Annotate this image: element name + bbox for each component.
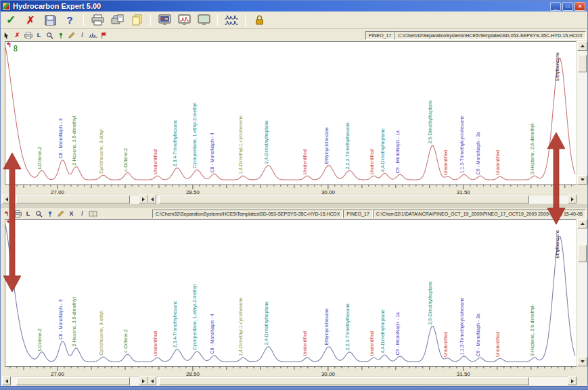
copy-page-button[interactable] [129, 13, 144, 28]
snap-icon[interactable] [13, 42, 18, 54]
peak-label[interactable]: 4,4-Dimethylheptane [380, 128, 386, 172]
baseline-L-icon[interactable]: L [24, 210, 32, 218]
peak-label[interactable]: 1,4-Dimethyl-1-cyclohexene [238, 297, 244, 356]
delete-x-icon[interactable]: X [67, 210, 76, 218]
pin-marker-icon[interactable] [56, 31, 65, 40]
peak-label[interactable]: t-Octene-2 [37, 147, 43, 169]
peak-label[interactable]: C8 - MonoNaph - 4 [209, 132, 215, 173]
peak-label[interactable]: Ethylbenzene [554, 52, 560, 80]
print-mini-icon[interactable] [24, 31, 32, 40]
confirm-button[interactable]: ✓ [3, 13, 18, 28]
peak-label[interactable]: 2,2,3-Trimethylhexane [344, 122, 350, 169]
peak-label[interactable]: 3-Heptene, 2,6-dimethyl- [529, 304, 535, 356]
scrollbar-thumb[interactable] [16, 377, 130, 385]
peak-label[interactable]: 4,4-Dimethylheptane [380, 310, 386, 354]
peaks-display-button[interactable] [224, 13, 239, 28]
peak-label[interactable]: 2-Hexene, 3,5-dimethyl [71, 297, 77, 346]
undo-zoom-icon[interactable]: ↰ [2, 210, 11, 218]
peak-label[interactable]: 1,4-Dimethyl-1-cyclohexene [238, 116, 244, 174]
notebook-icon[interactable] [89, 210, 97, 218]
peak-label[interactable]: 2,4-Dimethylheptane [263, 301, 269, 345]
scroll-up-button[interactable] [577, 41, 587, 51]
scrollbar-track[interactable] [11, 376, 139, 385]
display-report-button[interactable] [157, 13, 172, 28]
baseline-L-icon[interactable]: L [35, 31, 43, 40]
scrollbar-thumb[interactable] [578, 245, 587, 262]
peak-label[interactable]: 2,3,4-Trimethylhexane [172, 301, 178, 347]
peak-label[interactable]: Unidentified [443, 332, 449, 357]
peak-label[interactable]: 2,5-Dimethylheptane [427, 281, 433, 325]
peaks-mini-icon[interactable] [89, 31, 97, 40]
peak-label[interactable]: Unidentified [495, 150, 501, 175]
zoom-magnifier-icon[interactable] [45, 31, 54, 40]
peak-label[interactable]: C9 - MonoNaph - 1a [394, 312, 401, 355]
print-mini-icon[interactable] [13, 210, 22, 218]
peak-label[interactable]: Ethylbenzene [554, 230, 560, 258]
pencil-edit-icon[interactable] [56, 210, 65, 218]
slash-draw-icon[interactable]: / [78, 210, 87, 218]
peak-label[interactable]: Unidentified [495, 332, 501, 357]
scrollbar-thumb[interactable] [159, 377, 529, 385]
scroll-right-button[interactable] [139, 195, 148, 203]
scroll-right-button[interactable] [568, 195, 576, 203]
peak-label[interactable]: Cyclopentane, 1-ethyl-2-methyl [191, 285, 198, 350]
scroll-left-button[interactable] [2, 195, 11, 203]
peak-label[interactable]: Unidentified [152, 331, 158, 356]
print-button[interactable] [90, 13, 105, 28]
peak-label[interactable]: Ethylcyclohexane [323, 127, 330, 164]
scrollbar-track[interactable] [156, 376, 568, 385]
scroll-up-button[interactable] [577, 219, 587, 228]
peak-label[interactable]: c-Octene-2 [122, 329, 129, 353]
save-button[interactable] [43, 13, 58, 28]
scroll-right-button[interactable] [568, 376, 576, 385]
scroll-left-button[interactable] [2, 376, 11, 385]
chromatogram-plot-top[interactable]: ↰ t-Octene-2C8 - MonoNaph - 32-Hexene, 3… [5, 41, 576, 185]
scrollbar-track[interactable] [11, 195, 139, 203]
peak-label[interactable]: 1,1,3-Trimethylcyclohexane [459, 116, 465, 173]
peak-label[interactable]: 2,4-Dimethylheptane [263, 120, 269, 164]
peak-label[interactable]: 2,3,4-Trimethylhexane [172, 120, 178, 166]
peak-label[interactable]: t-Octene-2 [37, 328, 43, 351]
peak-label[interactable]: Unidentified [302, 149, 308, 174]
display-chromatogram-button[interactable] [177, 13, 191, 28]
peak-label[interactable]: Unidentified [369, 331, 375, 356]
peak-label[interactable]: C8 - MonoNaph - 3 [58, 299, 64, 340]
peak-label[interactable]: Unidentified [302, 331, 308, 356]
scrollbar-track[interactable] [156, 195, 568, 203]
minimize-button[interactable]: _ [550, 2, 561, 11]
scroll-left-button[interactable] [148, 195, 156, 203]
peak-label[interactable]: C8 - MonoNaph - 4 [209, 314, 215, 354]
peak-label[interactable]: 2-Hexene, 3,5-dimethyl [71, 116, 77, 165]
scrollbar-track[interactable] [577, 228, 587, 357]
peak-label[interactable]: Unidentified [369, 149, 375, 174]
peak-label[interactable]: C9 - MonoNaph - 3a [475, 314, 481, 356]
peak-label[interactable]: Unidentified [443, 150, 449, 175]
scroll-down-button[interactable] [577, 357, 587, 366]
peak-label[interactable]: 3-Heptene, 2,6-dimethyl- [529, 122, 535, 174]
peak-label[interactable]: Unidentified [152, 149, 158, 174]
print-setup-button[interactable] [110, 13, 125, 28]
title-bar[interactable]: Hydrocarbon Expert 5.00 _ □ ✕ [1, 1, 587, 11]
restore-button[interactable]: □ [562, 2, 573, 11]
slash-draw-icon[interactable]: / [78, 31, 87, 40]
pencil-edit-icon[interactable] [67, 31, 76, 40]
peak-label[interactable]: c-Octene-2 [122, 148, 129, 172]
peak-label[interactable]: Cyclohexene, 3-ethyl- [98, 310, 104, 356]
peak-label[interactable]: C9 - MonoNaph - 3a [475, 132, 481, 174]
zoom-magnifier-icon[interactable] [35, 210, 43, 218]
scrollbar-thumb[interactable] [16, 195, 130, 203]
flag-marker-icon[interactable] [99, 31, 108, 40]
peak-label[interactable]: Ethylcyclohexane [323, 308, 330, 345]
peak-label[interactable]: 1,1,3-Trimethylcyclohexane [459, 297, 465, 355]
peak-label[interactable]: Cyclopentane, 1-ethyl-2-methyl [191, 103, 198, 168]
undo-zoom-icon[interactable]: ↰ [6, 220, 12, 226]
scrollbar-track[interactable] [577, 51, 587, 175]
peak-label[interactable]: 2,5-Dimethylheptane [427, 100, 433, 144]
pin-marker-icon[interactable] [45, 210, 54, 218]
display-monitor-button[interactable] [196, 13, 211, 28]
cancel-button[interactable]: ✗ [23, 13, 38, 28]
peak-label[interactable]: C8 - MonoNaph - 3 [58, 118, 64, 159]
peak-label[interactable]: C9 - MonoNaph - 1a [394, 130, 401, 173]
peak-label[interactable]: 2,2,3-Trimethylhexane [344, 303, 350, 350]
chromatogram-plot-bottom[interactable]: ↰ t-Octene-2C8 - MonoNaph - 32-Hexene, 3… [5, 219, 576, 366]
